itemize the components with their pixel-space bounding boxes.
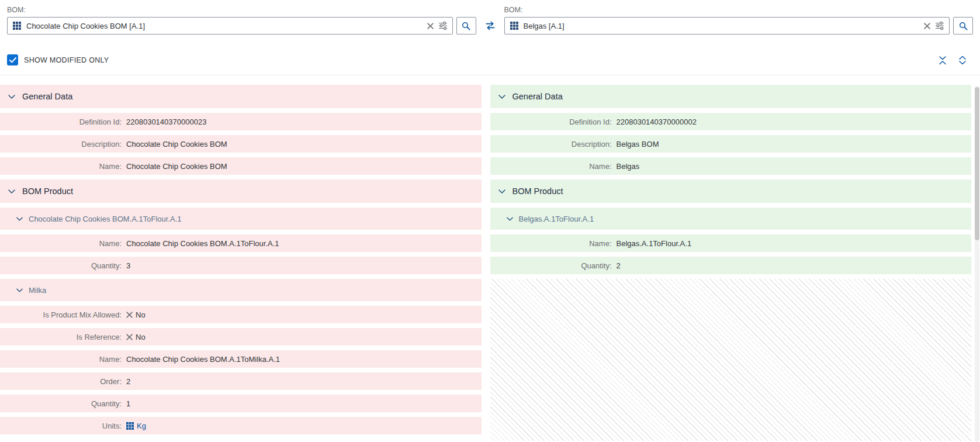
expand-all-button[interactable] xyxy=(958,56,967,65)
swap-boms-button[interactable] xyxy=(476,17,504,34)
field-label: Definition Id: xyxy=(490,118,612,126)
section-header-bom-product[interactable]: BOM Product xyxy=(0,179,482,203)
field-row: Name: Belgas.A.1ToFlour.A.1 xyxy=(490,234,972,252)
vertical-scrollbar[interactable] xyxy=(975,86,979,442)
section-title: BOM Product xyxy=(512,187,563,196)
right-bom-selector: BOM: Belgas [A.1] xyxy=(504,6,974,34)
swap-arrows-icon xyxy=(485,20,496,31)
left-search-button[interactable] xyxy=(456,17,476,34)
section-header-general-data[interactable]: General Data xyxy=(0,85,482,108)
field-label: Description: xyxy=(0,140,122,149)
subsection-header-flour[interactable]: Belgas.A.1ToFlour.A.1 xyxy=(490,208,972,230)
clear-icon[interactable] xyxy=(427,23,434,29)
right-bom-combo[interactable]: Belgas [A.1] xyxy=(504,17,950,34)
units-link[interactable]: Kg xyxy=(137,422,146,430)
field-value: 3 xyxy=(126,261,130,270)
field-row: Name: Chocolate Chip Cookies BOM.A.1ToFl… xyxy=(0,234,482,252)
chevron-down-icon xyxy=(498,95,505,99)
field-label: Is Reference: xyxy=(0,333,122,341)
field-value: 2 xyxy=(617,261,621,270)
field-row: Description: Chocolate Chip Cookies BOM xyxy=(0,135,482,153)
bom-compare-area: General Data Definition Id: 220803014037… xyxy=(0,85,980,441)
collapse-all-button[interactable] xyxy=(938,56,947,65)
field-value: 2 xyxy=(126,377,130,386)
show-modified-only-label[interactable]: SHOW MODIFIED ONLY xyxy=(24,56,109,64)
field-row: Name: Chocolate Chip Cookies BOM.A.1ToMi… xyxy=(0,350,482,368)
subsection-header-flour[interactable]: Chocolate Chip Cookies BOM.A.1ToFlour.A.… xyxy=(0,208,482,230)
section-header-general-data[interactable]: General Data xyxy=(490,85,972,108)
field-label: Name: xyxy=(490,239,612,248)
field-label: Quantity: xyxy=(490,261,612,270)
field-label: Order: xyxy=(0,377,122,386)
field-row: Definition Id: 2208030140370000002 xyxy=(490,113,972,130)
field-value: Belgas BOM xyxy=(617,140,659,149)
field-value: 2208030140370000002 xyxy=(617,118,697,126)
clear-icon[interactable] xyxy=(924,23,930,29)
field-value: Chocolate Chip Cookies BOM xyxy=(126,162,227,171)
left-bom-combo[interactable]: Chocolate Chip Cookies BOM [A.1] xyxy=(7,17,453,34)
field-label: Description: xyxy=(490,140,612,149)
field-label: Name: xyxy=(0,239,122,248)
field-value: Belgas.A.1ToFlour.A.1 xyxy=(617,239,692,248)
chevron-down-icon xyxy=(507,217,513,221)
field-row: Description: Belgas BOM xyxy=(490,135,972,153)
field-value: No xyxy=(126,310,146,319)
field-value: Chocolate Chip Cookies BOM xyxy=(126,140,227,149)
field-row: Is Product Mix Allowed: No xyxy=(0,306,482,323)
field-row: Quantity: 3 xyxy=(0,257,482,274)
field-label: Is Product Mix Allowed: xyxy=(0,310,122,319)
chevron-down-icon xyxy=(8,95,15,99)
right-bom-value: Belgas [A.1] xyxy=(524,22,919,30)
decline-icon xyxy=(126,312,133,318)
field-label: Quantity: xyxy=(0,399,122,408)
check-icon xyxy=(9,57,16,63)
chevron-down-icon xyxy=(8,189,15,194)
field-label: Name: xyxy=(0,355,122,364)
show-modified-only-checkbox[interactable] xyxy=(7,54,18,65)
missing-content-hatch xyxy=(490,279,972,441)
subsection-header-milka[interactable]: Milka xyxy=(0,279,482,301)
field-row: Units: Kg xyxy=(0,417,482,434)
field-row: Quantity: 2 xyxy=(490,257,972,274)
section-title: BOM Product xyxy=(22,187,73,196)
expand-all-icon xyxy=(958,56,967,65)
chevron-down-icon xyxy=(16,217,23,221)
field-label: Name: xyxy=(0,162,122,171)
collapse-all-icon xyxy=(938,56,947,65)
field-label: Units: xyxy=(0,422,122,430)
left-compare-panel: General Data Definition Id: 220803014037… xyxy=(0,85,482,441)
chevron-down-icon xyxy=(16,288,23,292)
subsection-title: Milka xyxy=(29,286,46,295)
field-value-text: No xyxy=(136,333,146,341)
compare-controls-row: SHOW MODIFIED ONLY xyxy=(0,54,980,75)
field-value-text: No xyxy=(136,310,146,319)
field-value: 1 xyxy=(126,399,130,408)
field-value: 2208030140370000023 xyxy=(126,118,206,126)
table-icon xyxy=(510,22,518,30)
field-row: Is Reference: No xyxy=(0,328,482,346)
value-help-icon[interactable] xyxy=(439,22,447,30)
field-row: Name: Chocolate Chip Cookies BOM xyxy=(0,157,482,175)
field-row: Order: 2 xyxy=(0,372,482,390)
right-bom-field-label: BOM: xyxy=(504,6,974,14)
field-value: Chocolate Chip Cookies BOM.A.1ToFlour.A.… xyxy=(126,239,279,248)
section-title: General Data xyxy=(22,92,72,101)
field-value: Belgas xyxy=(617,162,640,171)
right-compare-panel: General Data Definition Id: 220803014037… xyxy=(490,85,972,441)
bom-selection-bar: BOM: Chocolate Chip Cookies BOM [A.1] BO… xyxy=(0,0,980,34)
scrollbar-thumb[interactable] xyxy=(975,87,979,240)
search-icon xyxy=(462,22,470,30)
field-label: Quantity: xyxy=(0,261,122,270)
left-bom-field-label: BOM: xyxy=(7,6,476,14)
section-title: General Data xyxy=(512,92,563,101)
search-icon xyxy=(959,22,968,30)
left-bom-value: Chocolate Chip Cookies BOM [A.1] xyxy=(26,22,422,30)
value-help-icon[interactable] xyxy=(936,22,944,30)
field-row: Quantity: 1 xyxy=(0,395,482,412)
field-value: No xyxy=(126,333,146,341)
field-row: Definition Id: 2208030140370000023 xyxy=(0,113,482,130)
section-header-bom-product[interactable]: BOM Product xyxy=(490,179,972,203)
right-search-button[interactable] xyxy=(953,17,973,34)
decline-icon xyxy=(126,334,133,340)
field-label: Definition Id: xyxy=(0,118,122,126)
